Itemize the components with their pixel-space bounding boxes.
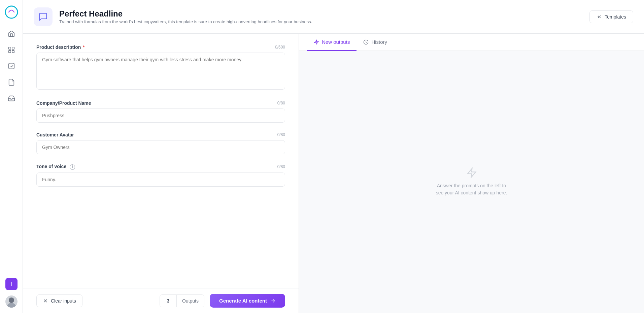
content-area: Product description * 0/600 Company/Prod…	[23, 34, 644, 313]
tab-history-label: History	[371, 39, 387, 45]
clear-inputs-button[interactable]: Clear inputs	[36, 294, 82, 307]
outputs-counter: 3 Outputs	[160, 294, 204, 307]
input-company-product-name[interactable]	[36, 108, 285, 123]
sidebar-item-templates[interactable]	[5, 43, 18, 57]
input-tone-of-voice[interactable]	[36, 173, 285, 187]
svg-point-0	[5, 6, 18, 18]
label-product-description: Product description *	[36, 44, 85, 50]
svg-rect-3	[8, 51, 10, 53]
generate-button[interactable]: Generate AI content	[210, 294, 285, 308]
tab-new-outputs-label: New outputs	[322, 39, 350, 45]
chevrons-left-icon	[597, 14, 602, 20]
sidebar-item-home[interactable]	[5, 27, 18, 40]
arrow-right-icon	[270, 298, 276, 304]
page-description: Trained with formulas from the world's b…	[59, 19, 583, 24]
info-icon-tone[interactable]: i	[70, 164, 75, 170]
tabs-row: New outputs History	[299, 34, 644, 51]
svg-rect-2	[12, 47, 14, 49]
app-logo[interactable]	[5, 5, 18, 19]
field-header-company-product-name: Company/Product Name 0/80	[36, 100, 285, 106]
page-title: Perfect Headline	[59, 9, 583, 19]
bottom-bar: Clear inputs 3 Outputs Generate AI conte…	[23, 288, 299, 313]
svg-rect-5	[8, 63, 14, 69]
counter-customer-avatar: 0/80	[277, 132, 285, 137]
templates-button-label: Templates	[605, 14, 626, 20]
field-header-product-description: Product description * 0/600	[36, 44, 285, 50]
counter-company-product-name: 0/80	[277, 101, 285, 105]
right-panel: New outputs History Answer the prompts o…	[299, 34, 644, 313]
svg-point-6	[7, 303, 16, 308]
x-icon	[43, 298, 48, 304]
field-header-tone-of-voice: Tone of voice i 0/80	[36, 164, 285, 170]
svg-rect-1	[8, 47, 10, 49]
right-empty-area: Answer the prompts on the left to see yo…	[299, 51, 644, 313]
field-product-description: Product description * 0/600	[36, 44, 285, 91]
svg-marker-11	[314, 40, 318, 44]
label-customer-avatar: Customer Avatar	[36, 132, 74, 137]
page-header: Perfect Headline Trained with formulas f…	[23, 0, 644, 34]
main-content: Perfect Headline Trained with formulas f…	[23, 0, 644, 313]
templates-button[interactable]: Templates	[589, 10, 633, 23]
tab-history[interactable]: History	[357, 34, 394, 51]
field-tone-of-voice: Tone of voice i 0/80	[36, 164, 285, 187]
clock-icon	[363, 39, 369, 45]
left-panel: Product description * 0/600 Company/Prod…	[23, 34, 299, 313]
header-text-block: Perfect Headline Trained with formulas f…	[59, 9, 583, 24]
counter-product-description: 0/600	[275, 45, 285, 50]
message-icon	[38, 12, 48, 22]
empty-state: Answer the prompts on the left to see yo…	[435, 167, 509, 196]
field-company-product-name: Company/Product Name 0/80	[36, 100, 285, 123]
svg-point-7	[9, 298, 14, 303]
empty-state-icon	[466, 167, 477, 178]
form-scroll: Product description * 0/600 Company/Prod…	[23, 34, 299, 288]
bolt-icon	[314, 39, 319, 45]
template-icon-wrap	[34, 7, 53, 26]
field-header-customer-avatar: Customer Avatar 0/80	[36, 132, 285, 137]
label-tone-of-voice: Tone of voice i	[36, 164, 75, 170]
label-company-product-name: Company/Product Name	[36, 100, 91, 106]
user-initial-button[interactable]: I	[5, 278, 18, 290]
tab-new-outputs[interactable]: New outputs	[307, 34, 357, 51]
sidebar-item-outputs[interactable]	[5, 59, 18, 73]
generate-label: Generate AI content	[219, 298, 267, 304]
input-customer-avatar[interactable]	[36, 140, 285, 154]
svg-marker-13	[468, 168, 476, 178]
empty-state-text: Answer the prompts on the left to see yo…	[435, 182, 509, 196]
avatar[interactable]	[5, 295, 18, 308]
sidebar-item-documents[interactable]	[5, 75, 18, 89]
input-product-description[interactable]	[36, 53, 285, 90]
outputs-number[interactable]: 3	[160, 295, 177, 307]
svg-rect-4	[12, 51, 14, 53]
counter-tone-of-voice: 0/80	[277, 164, 285, 169]
sidebar-item-inbox[interactable]	[5, 92, 18, 105]
sidebar: I	[0, 0, 23, 313]
clear-inputs-label: Clear inputs	[51, 298, 76, 304]
required-indicator: *	[81, 44, 84, 50]
outputs-label: Outputs	[177, 295, 204, 307]
field-customer-avatar: Customer Avatar 0/80	[36, 132, 285, 154]
